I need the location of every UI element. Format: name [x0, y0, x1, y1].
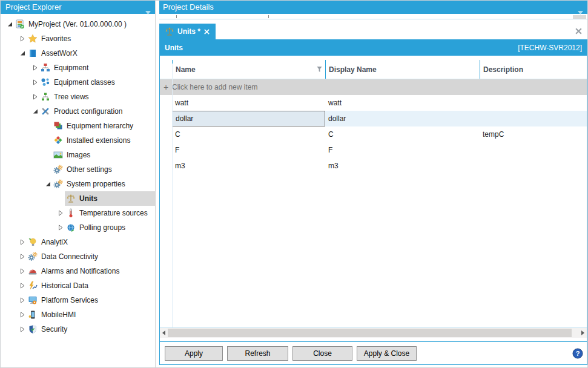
tree-item-equipment[interactable]: Equipment [1, 61, 155, 75]
expander-collapsed-icon[interactable] [18, 268, 27, 274]
tree-item-polling-groups[interactable]: Polling groups [1, 220, 155, 235]
expander-collapsed-icon[interactable] [18, 283, 27, 289]
table-row-f[interactable]: FF [160, 142, 587, 158]
tree-item-body[interactable]: Product configuration [39, 104, 155, 119]
cell-description[interactable]: tempC [480, 126, 587, 142]
table-row-m3[interactable]: m3m3 [160, 158, 587, 174]
tree-item-body[interactable]: Equipment classes [39, 75, 155, 90]
column-header-name[interactable]: Name [172, 60, 325, 79]
cell-description[interactable] [480, 111, 587, 126]
row-indicator[interactable] [160, 95, 172, 111]
tree-item-product-configuration[interactable]: Product configuration [1, 104, 155, 119]
tree-item-body[interactable]: Historical Data [27, 278, 155, 293]
tree-item-security[interactable]: Security [1, 322, 155, 337]
column-header-description[interactable]: Description [480, 60, 587, 79]
expander-collapsed-icon[interactable] [18, 254, 27, 260]
chevron-down-icon[interactable] [578, 5, 583, 9]
tree-item-analytix[interactable]: AnalytiX [1, 235, 155, 249]
tree-item-other-settings[interactable]: Other settings [1, 162, 155, 177]
tree-item-body[interactable]: Other settings [52, 162, 155, 177]
tree-item-system-properties[interactable]: System properties [1, 177, 155, 191]
tab-units[interactable]: Units * [159, 24, 216, 39]
tree-item-platform-services[interactable]: Platform Services [1, 293, 155, 307]
tree-item-favorites[interactable]: Favorites [1, 31, 155, 46]
tree-item-mobilehmi[interactable]: MobileHMI [1, 307, 155, 322]
tree-item-body[interactable]: Equipment [39, 61, 155, 75]
expander-expanded-icon[interactable] [44, 181, 52, 187]
expander-collapsed-icon[interactable] [31, 65, 39, 71]
tree-item-body[interactable]: Images [52, 148, 155, 162]
cell-description[interactable] [480, 142, 587, 158]
tree-item-myproject-ver-01-00-000-00[interactable]: MyProject (Ver. 01.00.000.00 ) [1, 17, 155, 31]
cell-name[interactable]: C [172, 126, 325, 142]
cell-display-name[interactable]: m3 [325, 158, 480, 174]
strip-scroll-thumb[interactable] [573, 15, 586, 19]
expander-collapsed-icon[interactable] [18, 326, 27, 332]
cell-name[interactable]: F [172, 142, 325, 158]
cell-name[interactable]: dollar [172, 111, 325, 126]
pane-close-icon[interactable] [575, 27, 583, 35]
cell-name[interactable]: watt [172, 95, 325, 111]
apply-button[interactable]: Apply [165, 346, 223, 361]
tree-item-body[interactable]: Temperature sources [65, 206, 155, 220]
expander-collapsed-icon[interactable] [56, 225, 65, 231]
help-icon[interactable]: ? [572, 348, 583, 359]
table-row-watt[interactable]: wattwatt [160, 95, 587, 111]
table-row-dollar[interactable]: dollardollar [160, 111, 587, 126]
expander-expanded-icon[interactable] [18, 50, 27, 56]
cell-display-name[interactable]: C [325, 126, 480, 142]
tree-item-body[interactable]: AssetWorX [27, 46, 155, 61]
cell-display-name[interactable]: watt [325, 95, 480, 111]
tree-item-body[interactable]: MyProject (Ver. 01.00.000.00 ) [14, 17, 155, 31]
close-button[interactable]: Close [292, 346, 352, 361]
scroll-right-icon[interactable] [579, 328, 587, 338]
apply-close-button[interactable]: Apply & Close [357, 346, 417, 361]
tree-item-body[interactable]: Data Connectivity [27, 249, 155, 264]
tree-item-alarms-and-notifications[interactable]: Alarms and Notifications [1, 264, 155, 278]
tree-item-body[interactable]: Platform Services [27, 293, 155, 307]
expander-collapsed-icon[interactable] [31, 79, 39, 85]
tree-item-body[interactable]: Alarms and Notifications [27, 264, 155, 278]
expander-expanded-icon[interactable] [31, 108, 39, 114]
column-header-display-name[interactable]: Display Name [325, 60, 480, 79]
tree-item-body[interactable]: Tree views [39, 90, 155, 104]
tree-item-body[interactable]: MobileHMI [27, 307, 155, 322]
tab-close-icon[interactable] [203, 28, 210, 35]
cell-name[interactable]: m3 [172, 158, 325, 174]
expander-collapsed-icon[interactable] [18, 312, 27, 318]
tree-item-equipment-classes[interactable]: Equipment classes [1, 75, 155, 90]
expander-expanded-icon[interactable] [5, 21, 14, 27]
row-indicator[interactable] [160, 142, 172, 158]
tree-item-body[interactable]: Installed extensions [52, 133, 155, 148]
tree-item-body[interactable]: AnalytiX [27, 235, 155, 249]
tree-item-units[interactable]: Units [1, 191, 155, 206]
tree-item-body[interactable]: System properties [52, 177, 155, 191]
tree-item-images[interactable]: Images [1, 148, 155, 162]
cell-description[interactable] [480, 95, 587, 111]
expander-collapsed-icon[interactable] [18, 36, 27, 42]
tree-item-installed-extensions[interactable]: Installed extensions [1, 133, 155, 148]
filter-icon[interactable] [316, 66, 323, 73]
cell-display-name[interactable]: dollar [325, 111, 480, 126]
row-indicator[interactable] [160, 158, 172, 174]
tree-item-equipment-hierarchy[interactable]: Equipment hierarchy [1, 119, 155, 133]
tree-item-assetworx[interactable]: AssetWorX [1, 46, 155, 61]
expander-collapsed-icon[interactable] [56, 210, 65, 216]
tree-item-body[interactable]: Equipment hierarchy [52, 119, 155, 133]
tree-item-body[interactable]: Favorites [27, 31, 155, 46]
row-indicator[interactable] [160, 126, 172, 142]
tree-item-body[interactable]: Polling groups [65, 220, 155, 235]
cell-description[interactable] [480, 158, 587, 174]
refresh-button[interactable]: Refresh [227, 346, 288, 361]
tree-item-temperature-sources[interactable]: Temperature sources [1, 206, 155, 220]
table-row-c[interactable]: CCtempC [160, 126, 587, 142]
expander-collapsed-icon[interactable] [18, 239, 27, 245]
cell-display-name[interactable]: F [325, 142, 480, 158]
chevron-down-icon[interactable] [145, 5, 151, 9]
expander-collapsed-icon[interactable] [31, 94, 39, 100]
row-indicator[interactable] [160, 111, 172, 126]
scroll-left-icon[interactable] [160, 328, 168, 338]
tree-item-historical-data[interactable]: Historical Data [1, 278, 155, 293]
expander-collapsed-icon[interactable] [18, 297, 27, 303]
tree-item-body[interactable]: Units [65, 191, 155, 206]
